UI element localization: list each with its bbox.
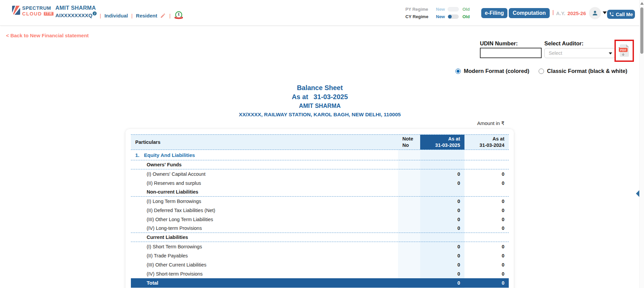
table-row: (IV) Long-term Provisions 00: [131, 224, 509, 233]
format-options: Modern Format (colored) Classic Format (…: [0, 68, 644, 75]
udin-input[interactable]: [480, 48, 542, 58]
scroll-up-arrow-icon[interactable]: [640, 2, 644, 5]
cy-regime-label: CY Regime: [405, 14, 431, 19]
phone-icon: [609, 12, 614, 17]
table-row: (IV) Short-term Provisions 00: [131, 269, 509, 278]
client-residency: Resident: [136, 13, 157, 18]
table-row: (II) Reserves and surplus 00: [131, 178, 509, 188]
call-me-button[interactable]: Call Me: [607, 10, 635, 19]
header-as-at-2025: As at31-03-2025: [420, 135, 464, 150]
client-name: AMIT SHARMA: [55, 5, 183, 11]
toggle-knob: [448, 15, 452, 18]
client-pan: AIXXXXXXXXQ: [55, 12, 92, 18]
format-option-label: Modern Format (colored): [464, 68, 529, 74]
amount-in-rupees-note: Amount in ₹: [404, 120, 504, 126]
format-option-label: Classic Format (black & white): [547, 68, 627, 74]
document-title: Balance Sheet: [0, 84, 640, 92]
table-row-group: Owners' Funds: [131, 160, 509, 169]
page-scrollbar[interactable]: [639, 0, 644, 288]
separator: |: [169, 13, 170, 18]
udin-number-label: UDIN Number:: [480, 40, 518, 47]
table-row: (I) Short Term Borrowings 00: [131, 242, 509, 251]
scrollbar-thumb[interactable]: [640, 7, 643, 54]
format-option-modern[interactable]: Modern Format (colored): [455, 68, 529, 74]
edit-icon[interactable]: [160, 13, 166, 18]
cy-regime-row: CY Regime New Old: [405, 14, 431, 19]
document-address: XX/XXXX, RAILWAY STATION, KAROL BAGH, NE…: [0, 112, 640, 118]
py-regime-toggle[interactable]: [448, 7, 459, 11]
pdf-download-icon: PDF: [618, 44, 630, 57]
table-row-section: 1.Equity And Liabilities: [131, 150, 509, 160]
select-caret-icon: [609, 52, 612, 54]
ay-divider: |: [552, 9, 554, 16]
document-client-name: AMIT SHARMA: [0, 102, 640, 110]
table-row: (III) Other Long Term Liabilities 00: [131, 215, 509, 224]
auditor-select[interactable]: Select: [544, 48, 615, 58]
separator: |: [100, 13, 101, 18]
balance-sheet-table: Particulars NoteNo As at31-03-2025 As at…: [131, 134, 509, 288]
assessment-year-label: A.Y.: [556, 10, 565, 16]
separator: |: [131, 13, 133, 18]
header-particulars: Particulars: [131, 135, 398, 150]
select-auditor-label: Select Auditor:: [544, 40, 584, 47]
income-tax-emblem-icon: [175, 11, 183, 20]
user-avatar[interactable]: [589, 7, 601, 19]
user-icon: [591, 9, 599, 17]
download-pdf-button[interactable]: PDF: [614, 40, 634, 62]
brand-badge: ITR: [44, 12, 54, 16]
brand-name-top: SPECTRUM: [22, 6, 54, 11]
svg-text:PDF: PDF: [620, 48, 627, 52]
py-regime-row: PY Regime New Old: [405, 7, 431, 12]
back-link[interactable]: < Back to New Financial statement: [6, 33, 89, 38]
computation-button[interactable]: Computation: [509, 8, 550, 18]
format-option-classic[interactable]: Classic Format (black & white): [539, 68, 627, 74]
assessment-year-value: 2025-26: [567, 10, 586, 16]
avatar-dropdown-caret-icon[interactable]: [603, 11, 607, 14]
brand-logo[interactable]: SPECTRUM CLOUD ITR: [12, 6, 54, 16]
info-icon[interactable]: i: [93, 11, 97, 15]
regime-toggles: PY Regime New Old CY Regime New Old: [405, 7, 431, 22]
table-row-group: Current Liabilities: [131, 233, 509, 242]
call-me-label: Call Me: [616, 12, 633, 17]
table-row-total: Total 00: [131, 278, 509, 288]
header-note-no: NoteNo: [398, 135, 420, 150]
table-row-group: Non-current Liabilities: [131, 188, 509, 197]
table-row: (II) Trade Payables 00: [131, 251, 509, 260]
cy-new-label: New: [436, 14, 445, 19]
radio-unchecked-icon[interactable]: [539, 69, 544, 74]
brand-logo-text: SPECTRUM CLOUD ITR: [22, 6, 54, 16]
radio-checked-icon[interactable]: [455, 69, 461, 74]
cy-regime-toggle[interactable]: [448, 14, 459, 19]
table-row: (I) Owners' Capital Account 00: [131, 169, 509, 178]
table-header-row: Particulars NoteNo As at31-03-2025 As at…: [131, 134, 509, 150]
brand-name-bottom: CLOUD: [22, 11, 42, 16]
collapse-panel-arrow-icon[interactable]: [636, 190, 639, 197]
client-summary: AMIT SHARMA AIXXXXXXXXQi | Individual | …: [55, 5, 183, 18]
py-new-label: New: [436, 7, 445, 12]
table-row: (I) Long Term Borrowings 00: [131, 197, 509, 206]
page: SPECTRUM CLOUD ITR AMIT SHARMA AIXXXXXXX…: [0, 0, 644, 288]
document-as-at: As at31-03-2025: [0, 93, 640, 101]
top-navigation-bar: SPECTRUM CLOUD ITR AMIT SHARMA AIXXXXXXX…: [0, 0, 644, 26]
header-as-at-2024: As at31-03-2024: [464, 135, 509, 150]
table-row: (II) Deferred Tax Liabilities (Net) 00: [131, 206, 509, 215]
auditor-select-placeholder: Select: [549, 50, 562, 56]
py-regime-label: PY Regime: [405, 7, 431, 12]
efiling-button[interactable]: e-Filing: [481, 8, 507, 18]
table-row: (III) Other Current Liabilities 00: [131, 260, 509, 269]
cy-old-label: Old: [462, 14, 470, 19]
spectrum-logo-icon: [12, 6, 20, 15]
py-old-label: Old: [462, 7, 470, 12]
client-type: Individual: [104, 13, 128, 18]
